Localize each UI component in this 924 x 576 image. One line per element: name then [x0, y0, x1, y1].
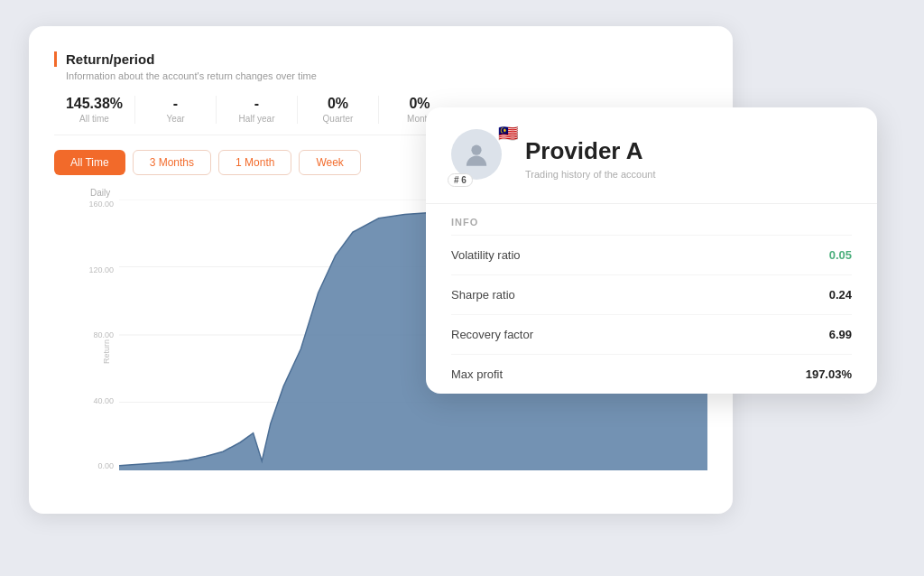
period-btn-3months[interactable]: 3 Months [133, 150, 211, 175]
stat-month-value: 0% [409, 96, 430, 112]
y-label-120: 120.00 [88, 265, 114, 274]
recovery-value: 6.99 [829, 328, 852, 341]
info-row-maxprofit: Max profit 197.03% [451, 354, 852, 394]
return-axis-label: Return [102, 339, 111, 364]
maxprofit-label: Max profit [451, 367, 503, 381]
volatility-label: Volatility ratio [451, 248, 521, 262]
stat-year-value: - [173, 96, 178, 112]
stat-halfyear: - Half year [217, 96, 298, 124]
info-row-sharpe: Sharpe ratio 0.24 [451, 274, 852, 314]
y-label-0: 0.00 [97, 461, 114, 470]
sharpe-value: 0.24 [829, 288, 852, 302]
provider-header: 🇲🇾 # 6 Provider A Trading history of the… [426, 107, 877, 204]
stat-halfyear-label: Half year [238, 114, 274, 124]
info-row-volatility: Volatility ratio 0.05 [451, 235, 852, 274]
provider-info: Provider A Trading history of the accoun… [525, 137, 852, 180]
stat-alltime-value: 145.38% [66, 96, 123, 112]
y-label-40: 40.00 [93, 396, 114, 405]
provider-name: Provider A [525, 137, 852, 165]
maxprofit-value: 197.03% [806, 367, 852, 381]
rank-badge: # 6 [448, 173, 473, 187]
recovery-label: Recovery factor [451, 328, 533, 341]
provider-description: Trading history of the account [525, 169, 852, 180]
info-section-title: INFO [451, 204, 852, 235]
stat-year: - Year [135, 96, 217, 124]
stat-alltime-label: All time [79, 114, 109, 124]
info-row-recovery: Recovery factor 6.99 [451, 314, 852, 354]
provider-card: 🇲🇾 # 6 Provider A Trading history of the… [426, 107, 877, 394]
sharpe-label: Sharpe ratio [451, 288, 515, 302]
volatility-value: 0.05 [829, 248, 852, 262]
y-label-160: 160.00 [88, 200, 114, 209]
avatar-icon [462, 140, 491, 169]
period-btn-week[interactable]: Week [299, 150, 360, 175]
y-axis: 160.00 120.00 80.00 40.00 0.00 [83, 200, 119, 470]
stat-quarter-label: Quarter [323, 114, 354, 124]
stat-quarter-value: 0% [328, 96, 348, 112]
stat-year-label: Year [166, 114, 184, 124]
stat-alltime: 145.38% All time [54, 96, 135, 124]
stat-quarter: 0% Quarter [298, 96, 379, 124]
card-title: Return/period [54, 51, 707, 67]
y-label-80: 80.00 [93, 330, 114, 339]
provider-avatar-wrap: 🇲🇾 # 6 [451, 129, 509, 187]
flag-icon: 🇲🇾 [498, 124, 518, 144]
stat-halfyear-value: - [254, 96, 259, 112]
avatar [451, 129, 502, 180]
info-section: INFO Volatility ratio 0.05 Sharpe ratio … [426, 204, 877, 394]
period-btn-alltime[interactable]: All Time [54, 150, 125, 175]
period-btn-1month[interactable]: 1 Month [218, 150, 291, 175]
svg-point-5 [471, 145, 481, 155]
card-subtitle: Information about the account's return c… [66, 70, 707, 81]
